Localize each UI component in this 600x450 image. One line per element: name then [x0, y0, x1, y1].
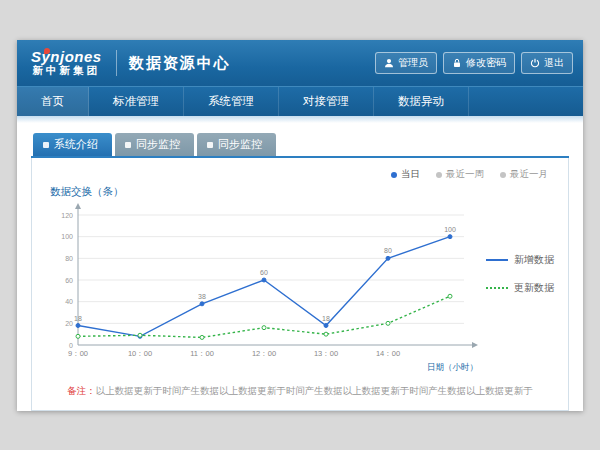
- svg-text:13：00: 13：00: [314, 349, 338, 358]
- legend-label: 更新数据: [514, 281, 554, 295]
- nav-item-standard-mgmt[interactable]: 标准管理: [89, 87, 184, 116]
- tab-label: 同步监控: [136, 137, 180, 152]
- tab-sync-monitor-1[interactable]: 同步监控: [115, 133, 194, 156]
- legend-item-update-data: 更新数据: [486, 281, 554, 295]
- svg-text:120: 120: [61, 212, 73, 219]
- header-divider: [116, 50, 117, 76]
- tab-icon: [43, 142, 49, 148]
- svg-text:14：00: 14：00: [376, 349, 400, 358]
- app-header: Synjones 新中新集团 数据资源中心 管理员 修改密码: [17, 40, 583, 86]
- change-password-label: 修改密码: [466, 56, 506, 70]
- time-range-filters: 当日 最近一周 最近一月: [42, 164, 558, 181]
- filter-label: 当日: [401, 168, 420, 181]
- svg-text:40: 40: [65, 298, 73, 305]
- svg-text:12：00: 12：00: [252, 349, 276, 358]
- change-password-button[interactable]: 修改密码: [443, 52, 515, 74]
- nav-item-system-mgmt[interactable]: 系统管理: [184, 87, 279, 116]
- tab-bar: 系统介绍 同步监控 同步监控: [31, 133, 569, 158]
- logo-accent-dot: [44, 48, 50, 54]
- radio-dot-icon: [391, 172, 397, 178]
- radio-dot-icon: [500, 172, 506, 178]
- content-area: 系统介绍 同步监控 同步监控 当日 最近一周: [17, 123, 583, 411]
- footnote: 备注：以上数据更新于时间产生数据以上数据更新于时间产生数据以上数据更新于时间产生…: [42, 385, 558, 398]
- svg-text:10：00: 10：00: [128, 349, 152, 358]
- line-sample-icon: [486, 259, 508, 261]
- admin-user-label: 管理员: [398, 56, 428, 70]
- chart-panel: 当日 最近一周 最近一月 数据交换（条） 0204060801001209：00…: [31, 158, 569, 411]
- filter-label: 最近一周: [446, 168, 484, 181]
- svg-text:80: 80: [384, 247, 392, 254]
- tab-label: 同步监控: [218, 137, 262, 152]
- svg-text:60: 60: [260, 269, 268, 276]
- svg-text:11：00: 11：00: [190, 349, 214, 358]
- footnote-text: 以上数据更新于时间产生数据以上数据更新于时间产生数据以上数据更新于时间产生数据以…: [96, 385, 533, 396]
- svg-text:18: 18: [74, 315, 82, 322]
- filter-today[interactable]: 当日: [391, 168, 420, 181]
- lock-icon: [452, 58, 462, 68]
- logout-label: 退出: [544, 56, 564, 70]
- svg-text:80: 80: [65, 255, 73, 262]
- brand-name-cn: 新中新集团: [33, 64, 101, 77]
- user-icon: [384, 58, 394, 68]
- nav-bottom-strip: [17, 116, 583, 123]
- filter-last-week[interactable]: 最近一周: [436, 168, 484, 181]
- chart-row: 0204060801001209：0010：0011：0012：0013：001…: [42, 201, 558, 373]
- line-chart: 0204060801001209：0010：0011：0012：0013：001…: [42, 201, 480, 373]
- filter-label: 最近一月: [510, 168, 548, 181]
- svg-text:0: 0: [69, 342, 73, 349]
- logout-icon: [530, 58, 540, 68]
- chart-y-axis-title: 数据交换（条）: [50, 185, 558, 199]
- header-actions: 管理员 修改密码 退出: [375, 52, 573, 74]
- legend-label: 新增数据: [514, 253, 554, 267]
- nav-item-home[interactable]: 首页: [17, 87, 89, 116]
- legend-item-new-data: 新增数据: [486, 253, 554, 267]
- app-window: Synjones 新中新集团 数据资源中心 管理员 修改密码: [17, 40, 583, 411]
- tab-icon: [207, 142, 213, 148]
- admin-user-button[interactable]: 管理员: [375, 52, 437, 74]
- svg-text:日期（小时）: 日期（小时）: [427, 362, 478, 372]
- main-nav: 首页 标准管理 系统管理 对接管理 数据异动: [17, 86, 583, 116]
- svg-text:20: 20: [65, 320, 73, 327]
- tab-icon: [125, 142, 131, 148]
- tab-sync-monitor-2[interactable]: 同步监控: [197, 133, 276, 156]
- svg-text:9：00: 9：00: [68, 349, 88, 358]
- tab-system-intro[interactable]: 系统介绍: [33, 133, 112, 156]
- brand-name-en: Synjones: [31, 49, 102, 64]
- nav-item-data-changes[interactable]: 数据异动: [374, 87, 469, 116]
- svg-text:100: 100: [444, 226, 456, 233]
- logout-button[interactable]: 退出: [521, 52, 573, 74]
- nav-item-connect-mgmt[interactable]: 对接管理: [279, 87, 374, 116]
- tab-label: 系统介绍: [54, 137, 98, 152]
- footnote-label: 备注：: [67, 385, 96, 396]
- app-title: 数据资源中心: [129, 54, 231, 73]
- svg-text:38: 38: [198, 293, 206, 300]
- radio-dot-icon: [436, 172, 442, 178]
- line-sample-icon: [486, 287, 508, 289]
- brand-logo: Synjones 新中新集团: [27, 49, 106, 77]
- svg-text:18: 18: [322, 315, 330, 322]
- filter-last-month[interactable]: 最近一月: [500, 168, 548, 181]
- series-legend: 新增数据 更新数据: [486, 253, 554, 295]
- svg-text:60: 60: [65, 277, 73, 284]
- svg-text:100: 100: [61, 233, 73, 240]
